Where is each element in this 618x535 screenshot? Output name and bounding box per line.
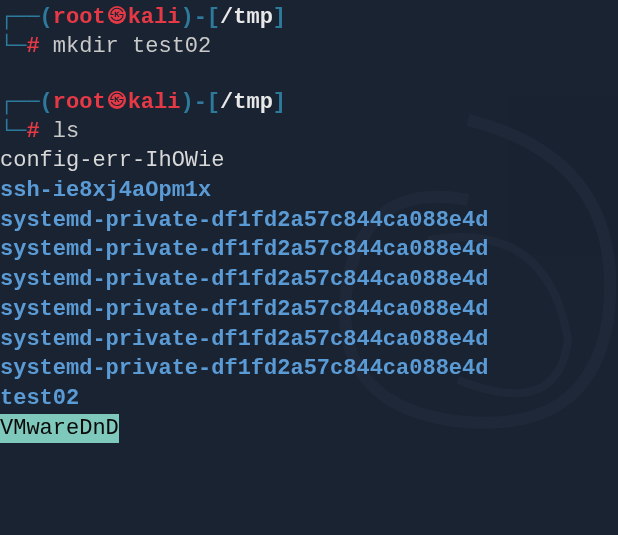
- command-arg: test02: [132, 34, 211, 59]
- bracket-open: [: [207, 90, 220, 115]
- ls-output-dir: ssh-ie8xj4aOpm1x: [0, 176, 618, 206]
- box-drawing: └─: [0, 119, 26, 144]
- ls-output-dir: systemd-private-df1fd2a57c844ca088e4d: [0, 206, 618, 236]
- ls-output-dir: systemd-private-df1fd2a57c844ca088e4d: [0, 295, 618, 325]
- paren-open: (: [40, 5, 53, 30]
- bracket-open: [: [207, 5, 220, 30]
- paren-close: ): [180, 90, 193, 115]
- ls-output-dir: systemd-private-df1fd2a57c844ca088e4d: [0, 325, 618, 355]
- paren-close: ): [180, 5, 193, 30]
- box-drawing: ┌──: [0, 90, 40, 115]
- command-mkdir: mkdir: [53, 34, 119, 59]
- prompt-hash: #: [26, 119, 39, 144]
- command-ls: ls: [53, 119, 79, 144]
- prompt-1-line-1: ┌──(rootkali)-[/tmp]: [0, 4, 618, 33]
- ls-output-file: config-err-IhOWie: [0, 146, 618, 176]
- box-drawing: ┌──: [0, 5, 40, 30]
- paren-open: (: [40, 90, 53, 115]
- blank-line: [0, 61, 618, 89]
- ls-output-dir: systemd-private-df1fd2a57c844ca088e4d: [0, 235, 618, 265]
- terminal-content[interactable]: ┌──(rootkali)-[/tmp] └─# mkdir test02 ┌─…: [0, 4, 618, 443]
- skull-icon: [108, 91, 126, 109]
- prompt-user: root: [53, 5, 106, 30]
- dash: -: [194, 5, 207, 30]
- ls-output-sticky: VMwareDnD: [0, 414, 618, 444]
- dash: -: [194, 90, 207, 115]
- prompt-path: /tmp: [220, 5, 273, 30]
- bracket-close: ]: [273, 90, 286, 115]
- ls-output-dir: systemd-private-df1fd2a57c844ca088e4d: [0, 265, 618, 295]
- prompt-path: /tmp: [220, 90, 273, 115]
- prompt-user: root: [53, 90, 106, 115]
- prompt-host: kali: [128, 90, 181, 115]
- skull-icon: [108, 6, 126, 24]
- prompt-1-line-2: └─# mkdir test02: [0, 33, 618, 62]
- bracket-close: ]: [273, 5, 286, 30]
- prompt-host: kali: [128, 5, 181, 30]
- prompt-2-line-1: ┌──(rootkali)-[/tmp]: [0, 89, 618, 118]
- prompt-2-line-2: └─# ls: [0, 118, 618, 147]
- box-drawing: └─: [0, 34, 26, 59]
- ls-output-dir: systemd-private-df1fd2a57c844ca088e4d: [0, 354, 618, 384]
- ls-output-dir: test02: [0, 384, 618, 414]
- prompt-hash: #: [26, 34, 39, 59]
